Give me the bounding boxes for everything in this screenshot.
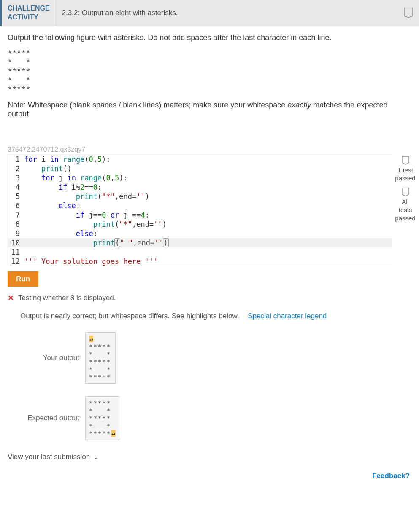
one-test-passed: 1 test passed xyxy=(392,166,419,183)
feedback-link-row: Feedback? xyxy=(0,461,419,484)
special-char-legend-link[interactable]: Special character legend xyxy=(248,312,327,320)
expected-output-text: ***** * * ***** * * ***** xyxy=(89,400,111,437)
bookmark-icon[interactable] xyxy=(403,8,414,19)
all-tests-passed-c: passed xyxy=(392,214,419,223)
challenge-label-line2: ACTIVITY xyxy=(8,13,50,22)
note-emphasis: exactly xyxy=(287,101,311,109)
view-last-submission-label: View your last submission xyxy=(8,453,90,461)
your-output-box: ↵ ***** * * ***** * * ***** xyxy=(85,332,116,384)
feedback-link[interactable]: Feedback? xyxy=(372,472,410,480)
all-tests-passed-b: tests xyxy=(392,206,419,214)
expected-output-row: Expected output ***** * * ***** * * ****… xyxy=(20,396,419,440)
fail-x-icon: ✕ xyxy=(8,293,14,303)
feedback-message-row: Output is nearly correct; but whitespace… xyxy=(20,312,419,320)
view-last-submission[interactable]: View your last submission ⌄ xyxy=(8,453,419,461)
instructions-text: Output the following figure with asteris… xyxy=(8,32,411,43)
instructions-block: Output the following figure with asteris… xyxy=(0,26,419,123)
run-button[interactable]: Run xyxy=(8,271,38,287)
test-status-sidebar: 1 test passed All tests passed xyxy=(392,154,419,266)
challenge-title: 2.3.2: Output an eight with asterisks. xyxy=(56,5,403,21)
badge-icon xyxy=(392,188,419,197)
your-output-text: ***** * * ***** * * ***** xyxy=(89,343,111,380)
expected-output-box: ***** * * ***** * * *****↵ xyxy=(85,396,119,440)
highlight-newline-icon: ↵ xyxy=(89,336,93,342)
code-editor[interactable]: 1for i in range(0,5): 2 print() 3 for j … xyxy=(8,154,392,266)
challenge-activity-label: CHALLENGE ACTIVITY xyxy=(2,0,56,26)
outputs-block: Your output ↵ ***** * * ***** * * ***** … xyxy=(20,332,419,440)
test-result-text: Testing whether 8 is displayed. xyxy=(18,294,116,302)
chevron-down-icon: ⌄ xyxy=(93,454,98,460)
all-tests-passed-a: All xyxy=(392,198,419,206)
feedback-message: Output is nearly correct; but whitespace… xyxy=(20,312,239,320)
editor-wrap: 1for i in range(0,5): 2 print() 3 for j … xyxy=(0,154,419,266)
test-result-row: ✕ Testing whether 8 is displayed. xyxy=(8,293,419,303)
question-id: 375472.2470712.qx3zqy7 xyxy=(8,146,419,153)
expected-output-label: Expected output xyxy=(20,414,79,422)
your-output-label: Your output xyxy=(20,354,79,362)
badge-icon xyxy=(392,156,419,165)
note-text: Note: Whitespace (blank spaces / blank l… xyxy=(8,101,411,118)
challenge-header: CHALLENGE ACTIVITY 2.3.2: Output an eigh… xyxy=(0,0,419,26)
highlight-newline-icon: ↵ xyxy=(111,430,115,437)
note-prefix: Note: Whitespace (blank spaces / blank l… xyxy=(8,101,287,109)
expected-figure: ***** * * ***** * * ***** xyxy=(8,49,411,95)
your-output-row: Your output ↵ ***** * * ***** * * ***** xyxy=(20,332,419,384)
challenge-label-line1: CHALLENGE xyxy=(8,4,50,13)
